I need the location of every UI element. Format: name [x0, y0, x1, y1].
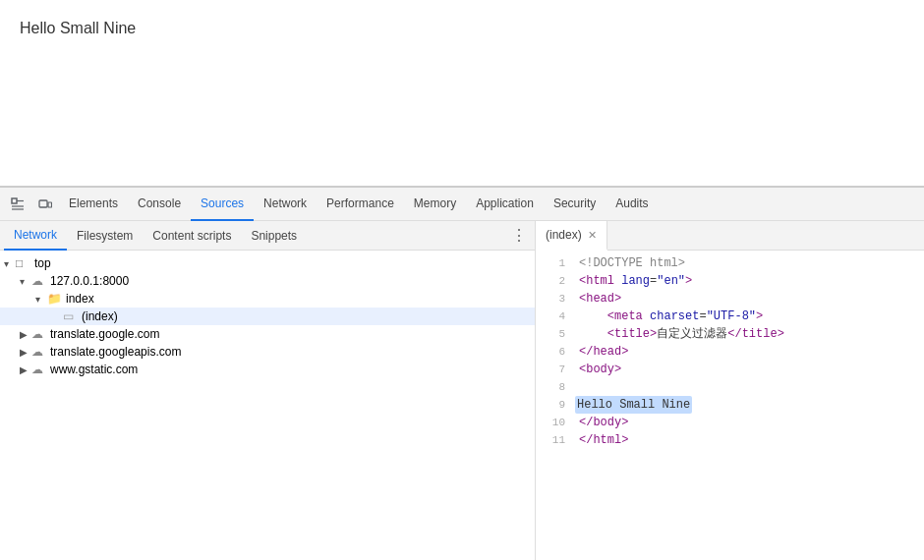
- code-line-8: 8: [536, 378, 924, 396]
- code-line-7: 7 <body>: [536, 361, 924, 378]
- line-num-2: 2: [536, 272, 575, 290]
- line-num-4: 4: [536, 308, 575, 325]
- line-content-7: <body>: [575, 361, 621, 378]
- tree-arrow-server: ▾: [20, 276, 31, 287]
- folder-icon-index: 📁: [47, 292, 63, 306]
- svg-rect-5: [48, 202, 52, 207]
- tab-console[interactable]: Console: [128, 188, 191, 221]
- tree-arrow-translate-googleapis: ▶: [20, 347, 31, 358]
- page-title: Hello Small Nine: [20, 20, 136, 37]
- tab-sources[interactable]: Sources: [191, 188, 254, 221]
- devtools-toolbar: Elements Console Sources Network Perform…: [0, 188, 924, 221]
- tab-audits[interactable]: Audits: [606, 188, 658, 221]
- line-num-6: 6: [536, 343, 575, 361]
- code-view-panel: (index) ✕ 1 <!DOCTYPE html> 2 <html lang…: [536, 221, 924, 560]
- code-line-6: 6 </head>: [536, 343, 924, 361]
- tab-application[interactable]: Application: [466, 188, 544, 221]
- sources-left-panel: Network Filesystem Content scripts Snipp…: [0, 221, 536, 560]
- tree-arrow-top: ▾: [4, 258, 16, 269]
- line-content-1: <!DOCTYPE html>: [575, 254, 685, 272]
- cloud-icon-translate-google: ☁: [31, 327, 47, 341]
- svg-rect-4: [39, 200, 47, 207]
- code-line-11: 11 </html>: [536, 431, 924, 449]
- tree-item-translate-google[interactable]: ▶ ☁ translate.google.com: [0, 325, 535, 343]
- cloud-icon-gstatic: ☁: [31, 363, 47, 376]
- tree-label-server: 127.0.0.1:8000: [50, 274, 129, 288]
- line-content-4: <meta charset="UTF-8">: [575, 308, 763, 325]
- tree-label-gstatic: www.gstatic.com: [50, 363, 138, 376]
- tab-security[interactable]: Security: [544, 188, 606, 221]
- code-line-4: 4 <meta charset="UTF-8">: [536, 308, 924, 325]
- tree-arrow-translate-google: ▶: [20, 329, 31, 340]
- tree-label-top: top: [34, 256, 51, 270]
- sources-tab-filesystem[interactable]: Filesystem: [67, 221, 143, 251]
- tree-arrow-gstatic: ▶: [20, 364, 31, 375]
- cloud-icon-server: ☁: [31, 274, 47, 288]
- line-num-11: 11: [536, 431, 575, 449]
- folder-icon-top: □: [16, 256, 31, 270]
- line-content-10: </body>: [575, 414, 628, 431]
- line-num-10: 10: [536, 414, 575, 431]
- line-num-3: 3: [536, 290, 575, 308]
- sources-tab-network[interactable]: Network: [4, 221, 67, 251]
- tree-item-index-folder[interactable]: ▾ 📁 index: [0, 290, 535, 308]
- tab-network[interactable]: Network: [254, 188, 317, 221]
- line-content-6: </head>: [575, 343, 628, 361]
- line-num-8: 8: [536, 378, 575, 396]
- tree-item-translate-googleapis[interactable]: ▶ ☁ translate.googleapis.com: [0, 343, 535, 361]
- code-tabs: (index) ✕: [536, 221, 924, 251]
- line-content-2: <html lang="en">: [575, 272, 692, 290]
- file-icon-index: ▭: [63, 309, 79, 323]
- line-content-5: <title>自定义过滤器</title>: [575, 325, 784, 343]
- code-line-1: 1 <!DOCTYPE html>: [536, 254, 924, 272]
- code-view[interactable]: 1 <!DOCTYPE html> 2 <html lang="en"> 3 <…: [536, 251, 924, 560]
- tab-performance[interactable]: Performance: [317, 188, 404, 221]
- cloud-icon-translate-googleapis: ☁: [31, 345, 47, 359]
- sources-tabs-more-icon[interactable]: ⋮: [507, 224, 531, 248]
- code-line-5: 5 <title>自定义过滤器</title>: [536, 325, 924, 343]
- tree-item-index-file[interactable]: ▭ (index): [0, 308, 535, 325]
- tree-item-top[interactable]: ▾ □ top: [0, 254, 535, 272]
- line-num-9: 9: [536, 396, 575, 414]
- line-num-7: 7: [536, 361, 575, 378]
- tab-memory[interactable]: Memory: [404, 188, 466, 221]
- file-tree: ▾ □ top ▾ ☁ 127.0.0.1:8000 ▾ 📁 index: [0, 251, 535, 560]
- line-content-11: </html>: [575, 431, 628, 449]
- code-line-10: 10 </body>: [536, 414, 924, 431]
- inspect-icon[interactable]: [4, 191, 31, 218]
- code-tab-close-icon[interactable]: ✕: [588, 229, 597, 242]
- sources-tab-snippets[interactable]: Snippets: [241, 221, 307, 251]
- tree-label-translate-google: translate.google.com: [50, 327, 159, 341]
- sources-tab-content-scripts[interactable]: Content scripts: [143, 221, 241, 251]
- devtools-main: Network Filesystem Content scripts Snipp…: [0, 221, 924, 560]
- line-content-3: <head>: [575, 290, 621, 308]
- code-line-2: 2 <html lang="en">: [536, 272, 924, 290]
- code-line-9: 9 Hello Small Nine: [536, 396, 924, 414]
- line-num-5: 5: [536, 325, 575, 343]
- sources-tabs: Network Filesystem Content scripts Snipp…: [0, 221, 535, 251]
- devtools: Elements Console Sources Network Perform…: [0, 187, 924, 560]
- tree-label-index-folder: index: [66, 292, 94, 306]
- tree-label-index-file: (index): [82, 309, 118, 323]
- line-content-9: Hello Small Nine: [575, 396, 692, 414]
- tab-elements[interactable]: Elements: [59, 188, 128, 221]
- tree-item-gstatic[interactable]: ▶ ☁ www.gstatic.com: [0, 361, 535, 378]
- browser-page: Hello Small Nine: [0, 0, 924, 187]
- code-tab-label: (index): [546, 228, 582, 242]
- tree-arrow-index: ▾: [35, 294, 47, 305]
- code-line-3: 3 <head>: [536, 290, 924, 308]
- svg-rect-0: [12, 198, 17, 203]
- tree-label-translate-googleapis: translate.googleapis.com: [50, 345, 181, 359]
- line-num-1: 1: [536, 254, 575, 272]
- device-toggle-icon[interactable]: [31, 191, 59, 218]
- tree-item-server[interactable]: ▾ ☁ 127.0.0.1:8000: [0, 272, 535, 290]
- code-tab-index[interactable]: (index) ✕: [536, 221, 607, 251]
